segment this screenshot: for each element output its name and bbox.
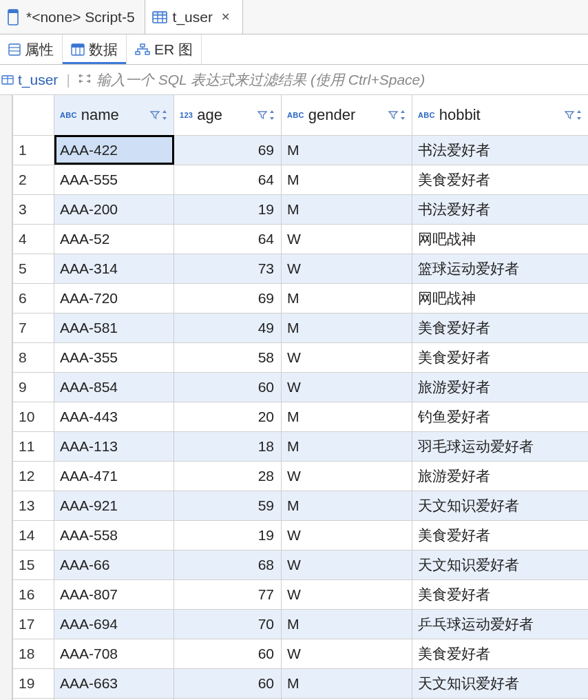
- cell-gender[interactable]: M: [282, 135, 412, 165]
- cell-hobbit[interactable]: 书法爱好者: [412, 194, 589, 224]
- column-header-hobbit[interactable]: ABC hobbit: [412, 95, 589, 135]
- rownum-cell[interactable]: 19: [13, 668, 54, 698]
- rownum-cell[interactable]: 13: [13, 491, 54, 520]
- cell-hobbit[interactable]: 美食爱好者: [412, 579, 589, 609]
- sort-icon[interactable]: [269, 110, 275, 121]
- cell-hobbit[interactable]: 乒乓球运动爱好者: [412, 609, 589, 639]
- rownum-cell[interactable]: 7: [13, 313, 54, 342]
- rownum-cell[interactable]: 14: [13, 520, 54, 550]
- rownum-cell[interactable]: 11: [13, 431, 54, 461]
- cell-name[interactable]: AAA-52: [54, 224, 174, 254]
- cell-name[interactable]: AAA-694: [54, 609, 174, 639]
- cell-age[interactable]: 64: [174, 165, 282, 194]
- cell-age[interactable]: 60: [174, 372, 282, 402]
- cell-gender[interactable]: W: [282, 342, 412, 372]
- rownum-cell[interactable]: 17: [13, 609, 54, 639]
- cell-gender[interactable]: M: [282, 165, 412, 194]
- cell-age[interactable]: 58: [174, 342, 282, 372]
- editor-tab-script[interactable]: *<none> Script-5: [0, 0, 145, 34]
- cell-gender[interactable]: W: [282, 224, 412, 254]
- cell-age[interactable]: 64: [174, 224, 282, 254]
- cell-age[interactable]: 77: [174, 579, 282, 609]
- cell-gender[interactable]: W: [282, 520, 412, 550]
- cell-gender[interactable]: M: [282, 283, 412, 313]
- cell-hobbit[interactable]: 旅游爱好者: [412, 372, 589, 402]
- cell-hobbit[interactable]: 旅游爱好者: [412, 461, 589, 491]
- column-header-gender[interactable]: ABC gender: [282, 95, 412, 135]
- filter-icon[interactable]: [388, 110, 398, 120]
- cell-age[interactable]: 59: [174, 491, 282, 520]
- cell-hobbit[interactable]: 网吧战神: [412, 283, 589, 313]
- filter-icon[interactable]: [565, 110, 574, 120]
- cell-name[interactable]: AAA-555: [54, 165, 174, 194]
- rownum-header[interactable]: [13, 95, 54, 135]
- rownum-cell[interactable]: 4: [13, 224, 54, 254]
- cell-gender[interactable]: W: [282, 550, 412, 579]
- tab-er-diagram[interactable]: ER 图: [127, 34, 202, 64]
- column-header-name[interactable]: ABC name: [54, 95, 174, 135]
- cell-age[interactable]: 20: [174, 402, 282, 431]
- cell-name[interactable]: AAA-558: [54, 520, 174, 550]
- tab-properties[interactable]: 属性: [0, 34, 63, 64]
- cell-gender[interactable]: M: [282, 194, 412, 224]
- cell-hobbit[interactable]: 天文知识爱好者: [412, 491, 589, 520]
- cell-name[interactable]: AAA-422: [54, 135, 174, 165]
- cell-gender[interactable]: M: [282, 609, 412, 639]
- close-icon[interactable]: ✕: [218, 10, 233, 23]
- cell-age[interactable]: 73: [174, 254, 282, 283]
- cell-name[interactable]: AAA-720: [54, 283, 174, 313]
- filter-icon[interactable]: [258, 110, 267, 120]
- cell-age[interactable]: 60: [174, 668, 282, 698]
- cell-gender[interactable]: M: [282, 313, 412, 342]
- cell-name[interactable]: AAA-581: [54, 313, 174, 342]
- cell-name[interactable]: AAA-66: [54, 550, 174, 579]
- tab-data[interactable]: 数据: [63, 34, 127, 64]
- rownum-cell[interactable]: 3: [13, 194, 54, 224]
- rownum-cell[interactable]: 6: [13, 283, 54, 313]
- cell-hobbit[interactable]: 美食爱好者: [412, 313, 589, 342]
- cell-gender[interactable]: W: [282, 639, 412, 668]
- editor-tab-table[interactable]: t_user ✕: [145, 0, 243, 34]
- rownum-cell[interactable]: 10: [13, 402, 54, 431]
- cell-gender[interactable]: M: [282, 668, 412, 698]
- cell-gender[interactable]: M: [282, 402, 412, 431]
- sort-icon[interactable]: [161, 110, 168, 121]
- cell-gender[interactable]: W: [282, 254, 412, 283]
- cell-name[interactable]: AAA-807: [54, 579, 174, 609]
- cell-hobbit[interactable]: 美食爱好者: [412, 342, 589, 372]
- filter-input[interactable]: 输入一个 SQL 表达式来过滤结果 (使用 Ctrl+Space): [96, 70, 425, 90]
- cell-hobbit[interactable]: 天文知识爱好者: [412, 668, 589, 698]
- cell-age[interactable]: 69: [174, 135, 282, 165]
- cell-age[interactable]: 19: [174, 520, 282, 550]
- cell-gender[interactable]: W: [282, 579, 412, 609]
- rownum-cell[interactable]: 2: [13, 165, 54, 194]
- cell-name[interactable]: AAA-200: [54, 194, 174, 224]
- cell-gender[interactable]: W: [282, 372, 412, 402]
- cell-name[interactable]: AAA-113: [54, 431, 174, 461]
- cell-hobbit[interactable]: 书法爱好者: [412, 135, 589, 165]
- cell-name[interactable]: AAA-355: [54, 342, 174, 372]
- cell-age[interactable]: 28: [174, 461, 282, 491]
- cell-age[interactable]: 19: [174, 194, 282, 224]
- cell-name[interactable]: AAA-921: [54, 491, 174, 520]
- cell-hobbit[interactable]: 羽毛球运动爱好者: [412, 431, 589, 461]
- rownum-cell[interactable]: 9: [13, 372, 54, 402]
- expand-icon[interactable]: [78, 72, 91, 88]
- cell-hobbit[interactable]: 天文知识爱好者: [412, 550, 589, 579]
- rownum-cell[interactable]: 8: [13, 342, 54, 372]
- rownum-cell[interactable]: 5: [13, 254, 54, 283]
- sort-icon[interactable]: [576, 110, 582, 121]
- rownum-cell[interactable]: 15: [13, 550, 54, 579]
- cell-age[interactable]: 49: [174, 313, 282, 342]
- breadcrumb-table[interactable]: t_user: [0, 72, 58, 88]
- cell-age[interactable]: 68: [174, 550, 282, 579]
- cell-name[interactable]: AAA-443: [54, 402, 174, 431]
- rownum-cell[interactable]: 18: [13, 639, 54, 668]
- cell-gender[interactable]: M: [282, 491, 412, 520]
- cell-hobbit[interactable]: 美食爱好者: [412, 639, 589, 668]
- rownum-cell[interactable]: 12: [13, 461, 54, 491]
- cell-age[interactable]: 18: [174, 431, 282, 461]
- cell-age[interactable]: 60: [174, 639, 282, 668]
- cell-age[interactable]: 69: [174, 283, 282, 313]
- cell-name[interactable]: AAA-471: [54, 461, 174, 491]
